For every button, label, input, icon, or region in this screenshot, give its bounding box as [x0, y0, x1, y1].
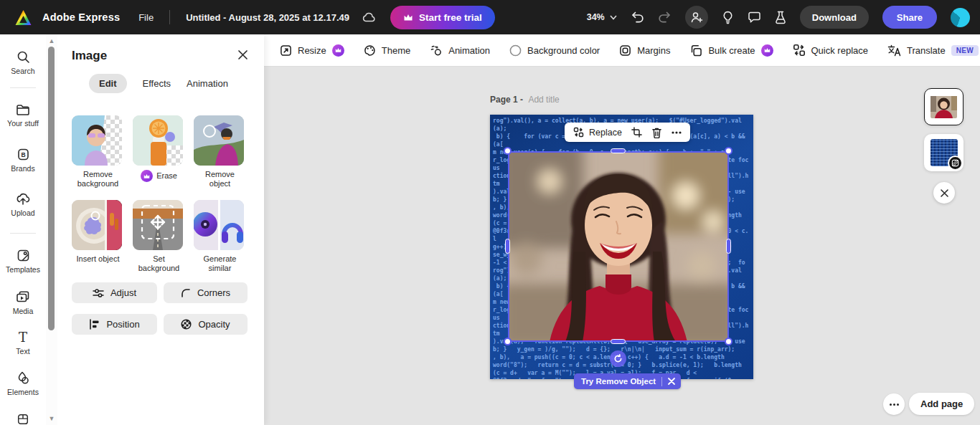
image-panel: Image Edit Effects Animation: [57, 34, 264, 425]
selection-handle-right[interactable]: [726, 239, 731, 254]
opacity-button[interactable]: Opacity: [164, 314, 248, 335]
theme-button[interactable]: Theme: [364, 44, 410, 57]
replace-button[interactable]: Replace: [573, 127, 622, 138]
sidebar-item-elements[interactable]: Elements: [0, 371, 46, 396]
page-title-placeholder[interactable]: Add title: [528, 95, 559, 105]
sidebar-item-label: Elements: [7, 388, 39, 396]
add-page-button[interactable]: Add page: [909, 393, 974, 415]
position-label: Position: [106, 319, 139, 330]
templates-icon: [17, 249, 30, 262]
more-options-button[interactable]: [672, 131, 682, 134]
sidebar-item-search[interactable]: Search: [0, 50, 46, 75]
top-app-bar: Adobe Express File Untitled - August 28,…: [0, 0, 980, 34]
translate-icon: [887, 44, 901, 57]
page-options-button[interactable]: [883, 393, 905, 415]
corners-button[interactable]: Corners: [164, 282, 248, 303]
share-button[interactable]: Share: [882, 6, 937, 29]
zoom-level-control[interactable]: 34%: [587, 12, 617, 22]
selection-handle-top[interactable]: [611, 148, 626, 153]
redo-button[interactable]: [658, 11, 672, 24]
folder-icon: [16, 103, 30, 116]
selection-handle-bottom-right[interactable]: [725, 338, 732, 345]
beta-labs-button[interactable]: [775, 11, 786, 24]
scrollbar-thumb[interactable]: [48, 47, 55, 330]
card-remove-object[interactable]: Remove object: [194, 115, 246, 188]
quick-replace-button[interactable]: Quick replace: [793, 44, 868, 57]
pill-divider: [661, 377, 662, 386]
sidebar-item-your-stuff[interactable]: Your stuff: [0, 103, 46, 128]
ideas-lightbulb-button[interactable]: [722, 11, 734, 24]
sidebar-item-label: Upload: [11, 209, 34, 217]
scroll-up-arrow[interactable]: ▲: [48, 38, 55, 44]
background-color-button[interactable]: Background color: [509, 44, 600, 57]
crop-button[interactable]: [631, 127, 642, 138]
card-set-background[interactable]: Set background: [133, 200, 185, 273]
selection-handle-top-left[interactable]: [504, 147, 512, 155]
quick-replace-swap-icon: [793, 44, 806, 57]
comments-button[interactable]: [748, 11, 761, 24]
layer-thumbnail-portrait[interactable]: [924, 88, 963, 125]
resize-button[interactable]: Resize: [280, 44, 344, 57]
account-avatar[interactable]: [951, 8, 970, 27]
document-title[interactable]: Untitled - August 28, 2025 at 12.17.49: [186, 12, 349, 23]
close-icon: [940, 188, 949, 198]
sidebar-item-templates[interactable]: Templates: [0, 249, 46, 274]
layer-thumbnail-code-background[interactable]: [924, 134, 963, 171]
chevron-down-icon: [610, 15, 617, 20]
card-remove-background[interactable]: Remove background: [72, 115, 124, 188]
tab-animation[interactable]: Animation: [187, 74, 228, 93]
panel-close-button[interactable]: [237, 49, 248, 60]
selection-handle-left[interactable]: [505, 239, 510, 254]
scroll-down-arrow[interactable]: ▼: [48, 416, 55, 421]
dismiss-suggestion-button[interactable]: [668, 378, 675, 385]
position-button[interactable]: Position: [72, 314, 157, 335]
card-insert-object[interactable]: Insert object: [72, 200, 124, 264]
card-generate-similar[interactable]: Generate similar: [194, 200, 246, 273]
invite-collaborator-button[interactable]: [685, 6, 708, 29]
sidebar-divider: [10, 87, 36, 88]
sidebar-item-text[interactable]: T Text: [0, 330, 46, 355]
tab-edit[interactable]: Edit: [89, 74, 127, 93]
card-erase[interactable]: Erase: [133, 115, 185, 182]
try-remove-object-button[interactable]: Try Remove Object: [574, 373, 681, 389]
sidebar-item-label: Text: [16, 347, 29, 355]
crown-icon: [403, 14, 413, 22]
animation-button[interactable]: Animation: [430, 44, 490, 57]
try-remove-object-label: Try Remove Object: [581, 377, 656, 386]
translate-label: Translate: [907, 45, 946, 56]
crop-icon: [631, 127, 642, 138]
selection-handle-bottom-left[interactable]: [504, 338, 512, 345]
adjust-button[interactable]: Adjust: [72, 282, 157, 303]
tab-effects[interactable]: Effects: [143, 74, 171, 93]
remove-background-thumbnail: [72, 115, 122, 166]
sidebar-divider: [10, 233, 36, 234]
sidebar-item-grids[interactable]: [0, 413, 46, 425]
topbar-divider: [169, 10, 170, 24]
undo-button[interactable]: [631, 11, 644, 24]
bulk-create-button[interactable]: Bulk create: [689, 44, 773, 57]
rotate-icon: [613, 354, 623, 363]
sidebar-item-label: Brands: [11, 164, 34, 173]
premium-crown-badge: [761, 44, 773, 57]
sidebar-item-upload[interactable]: Upload: [0, 192, 46, 217]
start-free-trial-button[interactable]: Start free trial: [390, 6, 495, 29]
adobe-express-logo-icon[interactable]: [14, 9, 32, 26]
selection-handle-bottom[interactable]: [611, 339, 626, 344]
card-label: Insert object: [72, 254, 124, 264]
page-caption: Page 1 - Add title: [490, 95, 560, 105]
insert-object-thumbnail: [72, 200, 122, 250]
delete-button[interactable]: [651, 127, 662, 138]
download-button[interactable]: Download: [800, 6, 869, 29]
sidebar-item-media[interactable]: Media: [0, 290, 46, 315]
sidebar-item-brands[interactable]: B Brands: [0, 148, 46, 173]
translate-button[interactable]: Translate NEW: [887, 44, 979, 57]
margins-button[interactable]: Margins: [619, 44, 670, 57]
deselect-close-button[interactable]: [933, 182, 955, 204]
selection-handle-top-right[interactable]: [725, 147, 732, 155]
rotate-handle[interactable]: [610, 350, 626, 367]
text-icon: T: [17, 330, 29, 344]
portrait-photo-object[interactable]: [508, 151, 729, 342]
generate-similar-thumbnail: [194, 200, 244, 250]
resize-icon: [280, 44, 292, 57]
file-menu[interactable]: File: [138, 12, 154, 23]
